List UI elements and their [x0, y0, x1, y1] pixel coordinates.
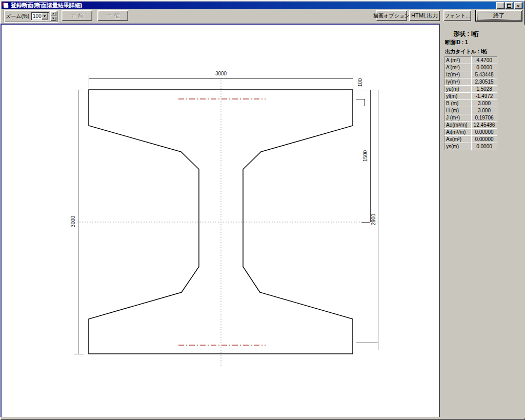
zoom-combobox[interactable]: 100 ▼ [31, 12, 49, 21]
property-row: B (m)3.000 [445, 100, 497, 107]
minimize-icon: _ [499, 5, 501, 9]
zoom-group: ズーム(%) 100 ▼ ▲ ▼ [4, 10, 58, 23]
previous-button[interactable]: ☜ 前 [62, 10, 92, 21]
next-label: 後 [114, 12, 119, 19]
property-row: Ai(m²/m)0.00000 [445, 129, 497, 136]
close-button[interactable]: × [514, 2, 522, 9]
property-row: A (m²)4.4700 [445, 57, 497, 64]
zoom-label: ズーム(%) [6, 13, 29, 20]
property-label-cell: ys(m) [445, 143, 472, 150]
property-value-cell: 3.000 [471, 100, 497, 107]
property-label-cell: B (m) [445, 100, 472, 107]
property-row: Ao(m²/m)12.45486 [445, 122, 497, 129]
property-label-cell: H (m) [445, 107, 472, 114]
property-label-cell: Iy(m⁴) [445, 78, 472, 86]
html-output-button[interactable]: HTML出力 [409, 10, 440, 21]
properties-table: A (m²)4.4700A'(m²)0.0000Iz(m⁴)5.43448Iy(… [445, 56, 497, 150]
output-title-label: 出力タイトル : I桁 [445, 48, 488, 55]
dim-lower-span: 2900 [371, 213, 376, 225]
draw-options-button[interactable]: 描画オプション [376, 10, 407, 21]
caption-buttons: _ × [496, 2, 522, 9]
close-icon: × [517, 4, 519, 8]
combo-dropdown-icon[interactable]: ▼ [42, 13, 48, 19]
property-value-cell: 4.4700 [471, 57, 497, 64]
dim-flange-offset: 100 [357, 78, 363, 87]
spinner-up-button[interactable]: ▲ [50, 11, 56, 16]
restore-icon [507, 4, 511, 8]
results-panel: 形状 : I桁 断面ID : 1 出力タイトル : I桁 A (m²)4.470… [441, 25, 525, 418]
property-label-cell: A (m²) [445, 57, 472, 64]
window-title: 登録断面(断面諸量結果詳細) [11, 2, 82, 9]
app-icon [3, 3, 9, 8]
property-value-cell: 2.30515 [471, 78, 497, 86]
property-label-cell: J (m⁴) [445, 114, 472, 122]
property-value-cell: 0.19706 [471, 114, 497, 122]
zoom-value: 100 [31, 13, 42, 19]
section-id-label: 断面ID : 1 [445, 39, 468, 46]
property-label-cell: Ai(m²/m) [445, 129, 472, 136]
section-drawing: 3000 3000 100 1500 2900 [2, 25, 439, 416]
titlebar: 登録断面(断面諸量結果詳細) _ × [2, 2, 523, 9]
property-value-cell: 1.5028 [471, 86, 497, 93]
property-value-cell: 5.43448 [471, 71, 497, 78]
property-row: yu(m)1.5028 [445, 86, 497, 93]
hand-right-icon: ☞ [106, 12, 112, 19]
property-label-cell: Ao(m²/m) [445, 122, 472, 129]
dim-left-height: 3000 [70, 215, 76, 227]
property-label-cell: yl(m) [445, 93, 472, 100]
previous-label: 前 [78, 12, 84, 19]
property-label-cell: A'(m²) [445, 64, 472, 71]
property-row: J (m⁴)0.19706 [445, 114, 497, 122]
dim-upper-half: 1500 [362, 150, 368, 162]
property-label-cell: As(m²) [445, 136, 472, 143]
property-value-cell: -1.4972 [471, 93, 497, 100]
property-value-cell: 0.0000 [471, 143, 497, 150]
property-row: A'(m²)0.0000 [445, 64, 497, 71]
toolbar: ズーム(%) 100 ▼ ▲ ▼ ☜ 前 ☞ 後 描画オプション HTML出力 … [2, 9, 523, 24]
property-row: H (m)3.000 [445, 107, 497, 114]
property-label-cell: yu(m) [445, 86, 472, 93]
drawing-canvas: 3000 3000 100 1500 2900 [1, 24, 440, 417]
shape-label: 形状 : I桁 [453, 30, 479, 38]
dim-top-width: 3000 [215, 71, 227, 76]
property-row: yl(m)-1.4972 [445, 93, 497, 100]
restore-button[interactable] [505, 2, 513, 9]
property-label-cell: Iz(m⁴) [445, 71, 472, 78]
font-button[interactable]: フォント... [443, 10, 471, 21]
property-value-cell: 0.00000 [471, 129, 497, 136]
properties-table-body: A (m²)4.4700A'(m²)0.0000Iz(m⁴)5.43448Iy(… [445, 57, 497, 150]
minimize-button[interactable]: _ [496, 2, 504, 9]
property-row: Iz(m⁴)5.43448 [445, 71, 497, 78]
property-row: As(m²)0.00000 [445, 136, 497, 143]
next-button[interactable]: ☞ 後 [97, 10, 128, 21]
property-value-cell: 0.00000 [471, 136, 497, 143]
property-value-cell: 12.45486 [471, 122, 497, 129]
property-row: ys(m)0.0000 [445, 143, 497, 150]
zoom-spinner: ▲ ▼ [50, 11, 56, 21]
exit-button[interactable]: 終了 [475, 10, 522, 22]
property-value-cell: 3.000 [471, 107, 497, 114]
property-row: Iy(m⁴)2.30515 [445, 78, 497, 86]
property-value-cell: 0.0000 [471, 64, 497, 71]
spinner-down-button[interactable]: ▼ [50, 16, 56, 22]
hand-left-icon: ☜ [70, 12, 76, 19]
